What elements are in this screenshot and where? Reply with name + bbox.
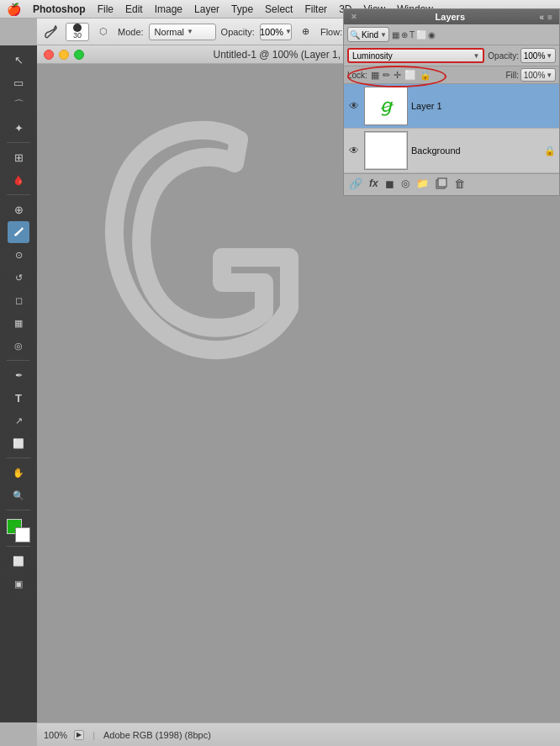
filter-adjustment-icon[interactable]: ⊕: [401, 30, 408, 40]
new-group-icon[interactable]: 📁: [416, 177, 429, 192]
layers-filter-row: 🔍 Kind ▼ ▦ ⊕ T ⬜ ◉: [344, 24, 559, 45]
tool-shape[interactable]: ⬜: [8, 432, 29, 454]
tool-brush[interactable]: [8, 221, 29, 243]
color-profile-info: Adobe RGB (1998) (8bpc): [103, 730, 211, 740]
close-button[interactable]: [44, 50, 54, 60]
menu-layer[interactable]: Layer: [194, 3, 219, 15]
collapse-icon[interactable]: «: [540, 13, 545, 22]
mode-select[interactable]: Normal ▼: [149, 24, 216, 40]
layer-item-background[interactable]: 👁 Background 🔒: [344, 129, 559, 173]
tool-select-rect[interactable]: ▭: [8, 71, 29, 93]
panel-menu-icon[interactable]: ≡: [547, 13, 552, 22]
tool-crop[interactable]: ⊞: [8, 146, 29, 168]
opacity-label: Opacity:: [221, 27, 255, 37]
menu-select[interactable]: Select: [265, 3, 293, 15]
layers-list: 👁 ꞡ Layer 1 👁 Background 🔒: [344, 84, 559, 173]
tool-lasso[interactable]: ⌒: [8, 94, 29, 116]
blend-mode-row: Luminosity ▼ Opacity: 100% ▼: [344, 45, 559, 66]
menu-filter[interactable]: Filter: [304, 3, 327, 15]
menu-photoshop[interactable]: Photoshop: [33, 3, 86, 15]
lock-all-icon[interactable]: 🔒: [420, 70, 431, 81]
layer-item-layer1[interactable]: 👁 ꞡ Layer 1: [344, 84, 559, 129]
layer1-visibility-icon[interactable]: 👁: [347, 100, 361, 112]
menu-type[interactable]: Type: [231, 3, 253, 15]
tool-separator-3: [7, 360, 30, 361]
kind-filter-select[interactable]: 🔍 Kind ▼: [347, 27, 389, 42]
tool-move[interactable]: ↖: [8, 49, 29, 71]
canvas-drawing: [87, 106, 323, 375]
link-layers-icon[interactable]: 🔗: [349, 177, 362, 192]
brush-option-icon[interactable]: ⬡: [94, 23, 113, 41]
tool-path-select[interactable]: ↗: [8, 410, 29, 431]
layer-effects-icon[interactable]: fx: [369, 177, 378, 192]
new-layer-icon[interactable]: [436, 177, 447, 192]
brush-tool-icon: [42, 23, 61, 41]
menu-image[interactable]: Image: [155, 3, 182, 15]
airbrush-icon[interactable]: ⊕: [297, 23, 315, 41]
background-thumbnail: [364, 131, 408, 170]
lock-label: Lock:: [347, 71, 367, 80]
menu-file[interactable]: File: [98, 3, 114, 15]
tool-zoom[interactable]: 🔍: [8, 484, 29, 506]
layer1-thumbnail: ꞡ: [364, 87, 408, 125]
tool-blur[interactable]: ◎: [8, 335, 29, 357]
color-swatches[interactable]: [7, 519, 30, 542]
tool-clone-stamp[interactable]: ⊙: [8, 244, 29, 266]
blend-mode-select[interactable]: Luminosity ▼: [347, 48, 484, 63]
close-panel-icon[interactable]: ✕: [351, 13, 357, 21]
background-lock-icon: 🔒: [544, 145, 556, 156]
adjustment-layer-icon[interactable]: ◎: [401, 177, 409, 192]
filter-shape-icon[interactable]: ⬜: [416, 30, 426, 40]
tool-eraser[interactable]: ◻: [8, 289, 29, 311]
tool-text[interactable]: T: [8, 387, 29, 409]
fill-value[interactable]: 100% ▼: [520, 68, 556, 82]
filter-text-icon[interactable]: T: [409, 30, 415, 40]
lock-position-icon[interactable]: ✛: [394, 70, 401, 81]
filter-pixel-icon[interactable]: ▦: [392, 30, 399, 40]
svg-rect-1: [438, 178, 446, 187]
tool-pen[interactable]: ✒: [8, 364, 29, 386]
opacity-control: Opacity: 100% ▼: [488, 48, 556, 63]
lock-artboard-icon[interactable]: ⬜: [404, 70, 416, 81]
fill-control: Fill: 100% ▼: [505, 68, 556, 82]
tool-screen-mode[interactable]: ▣: [8, 573, 29, 595]
zoom-level: 100%: [44, 730, 67, 740]
tool-separator-6: [7, 546, 30, 547]
opacity-input[interactable]: 100% ▼: [260, 24, 292, 40]
status-separator: |: [92, 730, 95, 740]
lock-transparent-icon[interactable]: ▦: [371, 70, 379, 81]
lock-row: Lock: ▦ ✏ ✛ ⬜ 🔒 Fill: 100% ▼: [344, 66, 559, 84]
background-layer-name[interactable]: Background: [411, 145, 541, 156]
fill-label: Fill:: [505, 71, 519, 80]
layer1-name[interactable]: Layer 1: [411, 101, 556, 111]
tool-gradient[interactable]: ▦: [8, 312, 29, 334]
flow-label: Flow:: [320, 27, 342, 37]
menu-edit[interactable]: Edit: [125, 3, 143, 15]
status-arrow[interactable]: ▶: [74, 730, 84, 740]
layer1-thumb-content: ꞡ: [380, 95, 392, 117]
tool-healing[interactable]: ⊕: [8, 198, 29, 220]
apple-menu[interactable]: 🍎: [7, 3, 21, 16]
brush-size-control[interactable]: 30: [66, 23, 89, 41]
background-color[interactable]: [15, 527, 30, 542]
tool-mask-mode[interactable]: ⬜: [8, 550, 29, 572]
background-visibility-icon[interactable]: 👁: [347, 145, 361, 156]
layers-panel-title: Layers: [436, 12, 465, 22]
tool-eyedropper[interactable]: 🩸: [8, 169, 29, 191]
filter-smart-icon[interactable]: ◉: [428, 30, 436, 40]
tool-history-brush[interactable]: ↺: [8, 267, 29, 288]
layers-panel-icons: « ≡: [540, 13, 552, 22]
background-thumb-content: [365, 132, 407, 169]
delete-layer-icon[interactable]: 🗑: [454, 177, 465, 192]
opacity-label: Opacity:: [488, 51, 519, 61]
lock-pixels-icon[interactable]: ✏: [383, 70, 390, 81]
add-mask-icon[interactable]: ◼: [385, 177, 394, 192]
opacity-value[interactable]: 100% ▼: [520, 48, 556, 63]
tool-hand[interactable]: ✋: [8, 462, 29, 484]
lock-icons-group: ▦ ✏ ✛ ⬜ 🔒: [371, 70, 431, 81]
layers-panel: ✕ Layers « ≡ 🔍 Kind ▼ ▦ ⊕ T ⬜ ◉ Luminosi…: [343, 8, 560, 196]
tool-magic-wand[interactable]: ✦: [8, 117, 29, 139]
minimize-button[interactable]: [59, 50, 69, 60]
maximize-button[interactable]: [74, 50, 84, 60]
left-tool-panel: ↖ ▭ ⌒ ✦ ⊞ 🩸 ⊕ ⊙ ↺ ◻ ▦ ◎ ✒ T ↗ ⬜ ✋ 🔍 ⬜ ▣: [0, 45, 37, 722]
